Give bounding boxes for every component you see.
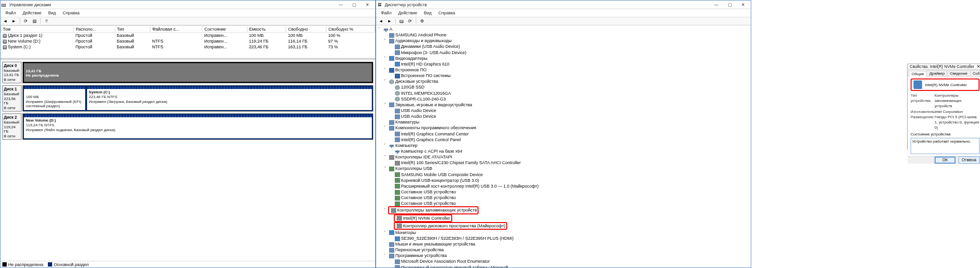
tree-node[interactable]: Расширяемый хост-контроллер Intel(R) USB… xyxy=(390,183,749,189)
expand-icon[interactable]: ˅ xyxy=(384,166,388,171)
tree-node[interactable]: ˅Звуковые, игровые и видеоустройства xyxy=(384,102,749,108)
volume-row[interactable]: System (C:)ПростойБазовыйNTFSИсправен...… xyxy=(1,44,375,50)
ok-button[interactable]: ОК xyxy=(935,156,956,164)
expand-icon[interactable]: ˅ xyxy=(384,56,388,61)
back-button[interactable]: ◄ xyxy=(1,18,9,24)
minimize-button[interactable]: — xyxy=(334,1,347,9)
menu-Действие[interactable]: Действие xyxy=(395,11,420,15)
tree-node[interactable]: INTEL MEMPEK1J016GA xyxy=(390,90,749,96)
tree-node[interactable]: SE390_S22E390H / S22E393H / S22E395H PLU… xyxy=(390,235,749,241)
fwd-button[interactable]: ► xyxy=(10,18,18,24)
expand-icon[interactable]: ˅ xyxy=(384,253,388,258)
tree-node[interactable]: SSDPR-CL100-240-G3 xyxy=(390,96,749,102)
menu-Действие[interactable]: Действие xyxy=(20,11,45,15)
tree-node[interactable]: ˅Контроллеры запоминающих устройств xyxy=(384,206,749,214)
column-header[interactable]: Емкость xyxy=(247,26,286,33)
close-button[interactable]: ✕ xyxy=(361,1,374,9)
menu-Справка[interactable]: Справка xyxy=(60,11,82,15)
view-button[interactable]: ▤ xyxy=(31,18,38,24)
menu-Вид[interactable]: Вид xyxy=(45,11,59,15)
tree-node[interactable]: Встроенное ПО системы xyxy=(390,73,749,78)
cancel-button[interactable]: Отмена xyxy=(958,156,980,164)
expand-icon[interactable]: ˅ xyxy=(384,207,388,213)
tree-node[interactable]: Программный синтезатор звуковой таблицы … xyxy=(390,265,749,268)
tree-node[interactable]: ˅Мониторы xyxy=(384,230,749,235)
tab-Сведения[interactable]: Сведения xyxy=(947,70,970,76)
column-header[interactable]: Состояние xyxy=(202,26,247,33)
tree-node[interactable]: ˅Программные устройства xyxy=(384,253,749,258)
refresh-button[interactable]: ⟳ xyxy=(22,18,30,24)
dialog-close-button[interactable]: ✕ xyxy=(977,64,980,69)
expand-icon[interactable]: ˅ xyxy=(384,230,388,235)
maximize-button[interactable]: ▢ xyxy=(723,1,736,9)
volume-list[interactable]: ТомРасполо...ТипФайловая с...СостояниеЕм… xyxy=(0,25,375,60)
expand-icon[interactable]: ˅ xyxy=(384,67,388,73)
disk-graphical-view[interactable]: Диск 0Базовый13,41 ГБВ сети13,41 ГБНе ра… xyxy=(0,60,375,261)
tree-node[interactable]: Динамики (USB Audio Device) xyxy=(390,44,749,49)
tree-node[interactable]: Intel(R) 100 Series/C230 Chipset Family … xyxy=(390,160,749,166)
close-button[interactable]: ✕ xyxy=(736,1,750,9)
expand-icon[interactable]: ˅ xyxy=(384,143,388,148)
tree-node[interactable]: Составное USB устройство xyxy=(390,189,749,195)
tree-node[interactable]: Клавиатуры xyxy=(384,119,749,125)
tab-События[interactable]: События xyxy=(970,70,980,76)
device-tree[interactable]: ˅ASAMSUNG Android Phone˅Аудиовходы и ауд… xyxy=(376,25,751,268)
column-header[interactable]: Располо... xyxy=(74,26,115,33)
column-header[interactable]: Тип xyxy=(115,26,150,33)
partition[interactable]: New Volume (D:)119,24 ГБ NTFSИсправен (Ф… xyxy=(23,114,373,139)
minimize-button[interactable]: — xyxy=(710,1,723,9)
tree-node[interactable]: ˅Видеоадаптеры xyxy=(384,56,749,61)
column-header[interactable]: Свободно xyxy=(286,26,326,33)
tree-node[interactable]: Компьютер с ACPI на базе x64 xyxy=(390,148,749,154)
tree-node[interactable]: ˅Контроллеры USB xyxy=(384,166,749,171)
disk-info[interactable]: Диск 1Базовый223,56 ГБВ сети xyxy=(2,85,22,112)
tree-root[interactable]: ˅A xyxy=(378,26,749,32)
tree-node[interactable]: 120GB SSD xyxy=(390,84,749,90)
tree-node[interactable]: Составное USB устройство xyxy=(390,201,749,206)
tree-node[interactable]: Контроллер дискового пространства (Майкр… xyxy=(390,222,749,230)
volume-row[interactable]: (Диск 1 раздел 1)ПростойБазовыйИсправен.… xyxy=(1,33,375,39)
tree-node[interactable]: Микрофон (3- USB Audio Device) xyxy=(390,50,749,56)
tree-node[interactable]: Переносные устройства xyxy=(384,247,749,253)
disk-info[interactable]: Диск 2Базовый119,24 ГБВ сети xyxy=(2,113,22,140)
tree-node[interactable]: ˅Компоненты программного обеспечения xyxy=(384,125,749,131)
partition[interactable]: System (C:)223,46 ГБ NTFSИсправен (Загру… xyxy=(86,86,373,111)
menu-Файл[interactable]: Файл xyxy=(378,11,394,15)
tree-node[interactable]: ˅Компьютер xyxy=(384,143,749,148)
expand-icon[interactable]: ˅ xyxy=(384,154,388,160)
tab-Общие[interactable]: Общие xyxy=(909,71,927,77)
tree-node[interactable]: Intel(R) Graphics Command Center xyxy=(390,131,749,137)
tree-node[interactable]: SAMSUNG Mobile USB Composite Device xyxy=(390,172,749,178)
disk-row[interactable]: Диск 2Базовый119,24 ГБВ сетиNew Volume (… xyxy=(2,113,373,140)
partition[interactable]: 100 МБИсправен (Шифрованный (EFI) систем… xyxy=(23,86,86,111)
tree-node[interactable]: USB Audio Device xyxy=(390,113,749,119)
expand-icon[interactable]: ˅ xyxy=(384,102,388,108)
back-button[interactable]: ◄ xyxy=(377,18,385,24)
tree-node[interactable]: Intel(R) HD Graphics 610 xyxy=(390,61,749,67)
expand-icon[interactable]: ˅ xyxy=(384,125,388,131)
tree-node[interactable]: Корневой USB-концентратор (USB 3.0) xyxy=(390,178,749,183)
tree-node[interactable]: Microsoft Device Association Root Enumer… xyxy=(390,258,749,264)
disk-row[interactable]: Диск 1Базовый223,56 ГБВ сети100 МБИсправ… xyxy=(2,85,373,112)
volume-row[interactable]: New Volume (D:)ПростойБазовыйNTFSИсправе… xyxy=(1,38,375,44)
tree-node[interactable]: Мыши и иные указывающие устройства xyxy=(384,241,749,247)
help-button[interactable]: ? xyxy=(43,18,50,24)
tree-node[interactable]: Составное USB устройство xyxy=(390,195,749,201)
disk-row[interactable]: Диск 0Базовый13,41 ГБВ сети13,41 ГБНе ра… xyxy=(2,62,373,83)
tree-node[interactable]: Intel(R) NVMe Controller xyxy=(390,214,749,222)
tree-node[interactable]: ˅Аудиовходы и аудиовыходы xyxy=(384,38,749,44)
fwd-button[interactable]: ► xyxy=(386,18,393,24)
tree-node[interactable]: Intel(R) Graphics Control Panel xyxy=(390,137,749,143)
menu-Файл[interactable]: Файл xyxy=(2,11,19,15)
tree-node[interactable]: SAMSUNG Android Phone xyxy=(384,32,749,38)
disk-info[interactable]: Диск 0Базовый13,41 ГБВ сети xyxy=(2,62,22,83)
tree-node[interactable]: USB Audio Device xyxy=(390,108,749,113)
tab-Драйвер[interactable]: Драйвер xyxy=(926,70,947,76)
scan-button[interactable]: 🖴 xyxy=(398,18,405,24)
column-header[interactable]: Файловая с... xyxy=(150,26,202,33)
props-button[interactable]: ⚙ xyxy=(418,18,426,24)
expand-icon[interactable]: ˅ xyxy=(384,78,388,84)
menu-Вид[interactable]: Вид xyxy=(421,11,434,15)
maximize-button[interactable]: ▢ xyxy=(347,1,361,9)
refresh-button[interactable]: ⟳ xyxy=(406,18,414,24)
